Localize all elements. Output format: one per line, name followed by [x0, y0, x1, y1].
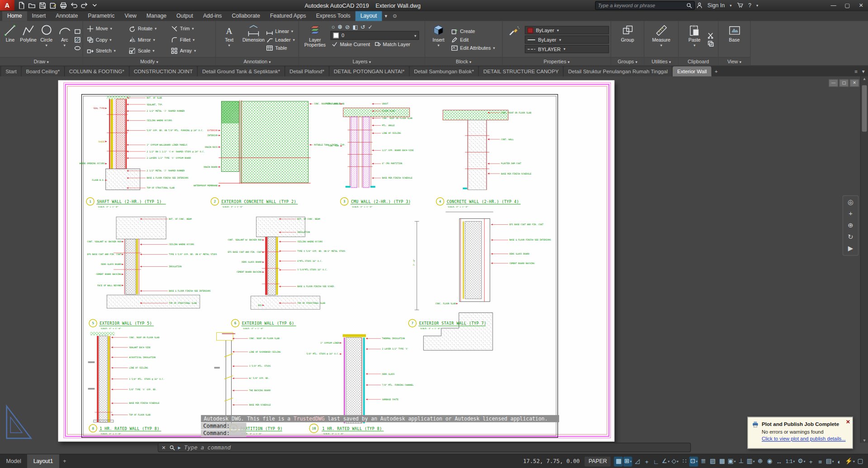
ribbon-tab-parametric[interactable]: Parametric	[83, 11, 119, 21]
layer-lock-icon[interactable]: ⊘	[345, 24, 350, 30]
new-layout-button[interactable]: +	[59, 458, 70, 464]
ribbon-tab-layout[interactable]: Layout	[356, 11, 382, 21]
edit-block-button[interactable]: Edit	[451, 36, 495, 43]
circle-caret-icon[interactable]: ▾	[45, 43, 47, 47]
cut-icon[interactable]	[707, 32, 714, 39]
new-icon[interactable]	[17, 1, 26, 10]
detail-7[interactable]: EFS BASE COAT AND FIN. COATBASE & FLOOR …	[408, 212, 551, 350]
orbit-icon[interactable]: ↻	[845, 232, 857, 242]
dynamic-input-icon[interactable]: +	[642, 456, 651, 466]
annotation-scale-icon[interactable]: 1:1▾	[784, 456, 797, 466]
ribbon-collapse-caret-icon[interactable]: ▾	[382, 11, 390, 21]
steering-wheel-icon[interactable]: ◎	[845, 198, 857, 207]
arc-button[interactable]: Arc▾	[56, 22, 73, 57]
pan-icon[interactable]: +	[845, 209, 857, 219]
detail-4[interactable]: CONC. ROOF OR FLOOR SLABCONT. WALLPLASTE…	[436, 110, 531, 208]
notification-link[interactable]: Click to view plot and publish details..…	[762, 436, 849, 441]
search-input[interactable]: Type a keyword or phrase	[595, 1, 695, 10]
drawing-canvas[interactable]: BOT. OF SLABSEALANT, TYP.2 1/2" METAL 'J…	[0, 76, 868, 454]
layer-undo-icon[interactable]: ↺	[360, 24, 365, 30]
ribbon-tab-collaborate[interactable]: Collaborate	[227, 11, 265, 21]
layer-on-off-icon[interactable]: ○	[332, 24, 335, 30]
clipboard-panel-footer[interactable]: Clipboard	[678, 57, 718, 65]
3d-object-snap-icon[interactable]: ▣▾	[727, 456, 736, 466]
clean-screen-icon[interactable]: ▢	[856, 456, 865, 466]
file-tab-detail-structure-canopy[interactable]: DETAIL STRUCTURE CANOPY	[479, 66, 564, 76]
object-color-caret-icon[interactable]: ▾	[557, 28, 559, 32]
sign-in-caret-icon[interactable]: ▾	[730, 3, 731, 7]
paste-caret-icon[interactable]: ▾	[693, 43, 695, 47]
workspace-switching-icon[interactable]: ⚙▾	[797, 456, 806, 466]
ribbon-tab-view[interactable]: View	[119, 11, 141, 21]
command-input[interactable]: ✕ ▸ Type a command	[158, 443, 691, 452]
help-caret-icon[interactable]: ▾	[756, 3, 758, 7]
polyline-button[interactable]: Polyline	[20, 22, 37, 57]
copy-button[interactable]: Copy▾	[85, 34, 127, 45]
graphics-performance-icon[interactable]: ⚡▾	[844, 456, 855, 466]
move-caret-icon[interactable]: ▾	[110, 27, 112, 31]
circle-button[interactable]: Circle▾	[38, 22, 55, 57]
file-tab-overflow-icon[interactable]: ≡	[854, 66, 858, 76]
ribbon-tab-output[interactable]: Output	[171, 11, 198, 21]
ribbon-tab-manage[interactable]: Manage	[142, 11, 171, 21]
file-tab-detail-ground-tank-septiktank[interactable]: Detail Ground Tank & Septiktank*	[198, 66, 285, 76]
leader-caret-icon[interactable]: ▾	[293, 38, 294, 42]
text-caret-icon[interactable]: ▾	[228, 43, 230, 47]
ellipse-icon[interactable]	[74, 45, 81, 52]
array-caret-icon[interactable]: ▾	[194, 49, 196, 53]
layers-panel-footer[interactable]: Layers ▾	[299, 57, 425, 65]
array-button[interactable]: Array▾	[169, 45, 211, 56]
group-button[interactable]: Group	[616, 22, 639, 57]
file-tab-column-footing[interactable]: COLUMN & FOOTING*	[65, 66, 129, 76]
scroll-up-icon[interactable]: ▲	[861, 77, 868, 81]
lineweight-caret-icon[interactable]: ▾	[559, 38, 561, 42]
app-store-cart-icon[interactable]	[737, 2, 744, 8]
lineweight-dropdown[interactable]: ByLayer ▾	[525, 35, 609, 43]
fillet-caret-icon[interactable]: ▾	[193, 38, 194, 42]
rectangle-icon[interactable]	[74, 28, 81, 35]
file-tab-detail-potongan-lantai[interactable]: DETAIL POTONGAN LANTAI*	[329, 66, 409, 76]
measure-caret-icon[interactable]: ▾	[660, 43, 662, 47]
file-tab-detail-plafond[interactable]: Detail Plafond*	[285, 66, 329, 76]
help-button[interactable]: ?	[748, 2, 751, 8]
file-tab-exterior-wall[interactable]: Exterior Wall	[673, 66, 711, 76]
account-icon[interactable]	[697, 2, 702, 8]
file-tab-detail-struktur-penulangan-rumah-tinggal[interactable]: Detail Struktur Penulangan Rumah Tinggal	[564, 66, 673, 76]
selection-cycling-icon[interactable]: ▩	[718, 456, 727, 466]
autoscale-icon[interactable]: ↔	[775, 456, 784, 466]
insert-button[interactable]: Insert▾	[427, 22, 450, 57]
ribbon-tab-featured-apps[interactable]: Featured Apps	[265, 11, 311, 21]
ribbon-display-toggle-icon[interactable]: ⊙	[390, 11, 399, 21]
layer-properties-button[interactable]: Layer Properties	[301, 22, 330, 57]
file-tab-construction-joint[interactable]: CONSTRUCTION JOINT	[129, 66, 198, 76]
ribbon-tab-add-ins[interactable]: Add-ins	[198, 11, 227, 21]
minimize-button[interactable]: —	[830, 2, 837, 8]
scale-button[interactable]: Scale▾	[127, 45, 169, 56]
stretch-button[interactable]: Stretch▾	[85, 45, 127, 56]
move-button[interactable]: Move▾	[85, 23, 127, 34]
vertical-scrollbar[interactable]: ▲ ▼	[860, 76, 868, 443]
scale-caret-icon[interactable]: ▾	[152, 49, 154, 53]
rotate-button[interactable]: Rotate▾	[127, 23, 169, 34]
paper-model-toggle[interactable]: PAPER	[585, 456, 611, 466]
layer-match-state-icon[interactable]: ✓	[368, 24, 372, 30]
isometric-drafting-icon[interactable]: ◇▾	[671, 456, 680, 466]
base-button[interactable]: Base	[723, 22, 746, 57]
dimension-button[interactable]: Dimension	[242, 22, 265, 57]
rotate-caret-icon[interactable]: ▾	[155, 27, 157, 31]
file-tab-start[interactable]: Start	[1, 66, 21, 76]
measure-button[interactable]: Measure▾	[650, 22, 673, 57]
model-tab[interactable]: Model	[0, 454, 27, 468]
object-snap-tracking-icon[interactable]: ∷	[680, 456, 689, 466]
detail-1[interactable]: BOT. OF SLABSEALANT, TYP.2 1/2" METAL 'J…	[79, 96, 204, 208]
linetype-dropdown[interactable]: BYLAYER ▾	[525, 45, 609, 53]
object-snap-icon[interactable]: ⊡▾	[689, 456, 698, 466]
gizmo-icon[interactable]: ⊕	[756, 456, 765, 466]
dynamic-ucs-icon[interactable]: ⊥	[737, 456, 746, 466]
table-button[interactable]: Table	[266, 45, 295, 52]
grid-display-icon[interactable]: ▦	[614, 456, 623, 466]
notification-close-button[interactable]: ✕	[846, 419, 850, 425]
search-icon[interactable]	[687, 3, 692, 8]
hatch-icon[interactable]	[74, 36, 81, 43]
view-panel-footer[interactable]: View ▾	[719, 57, 750, 65]
